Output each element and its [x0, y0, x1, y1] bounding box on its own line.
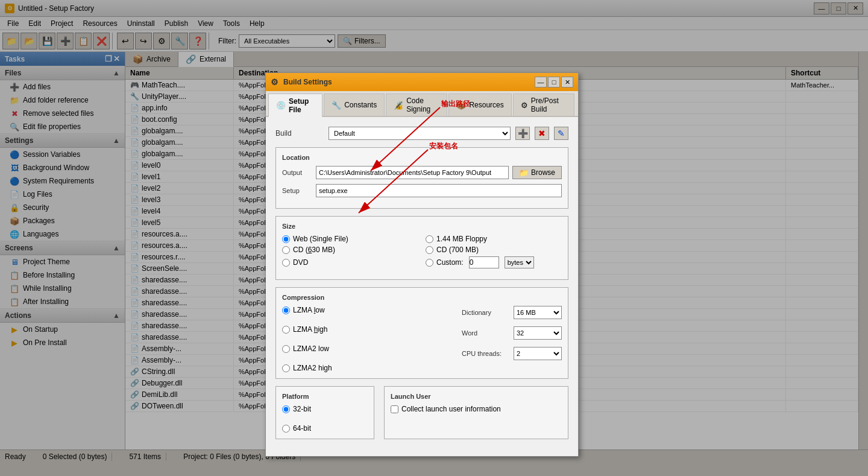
build-row: Build Default ➕ ✖ ✎ [275, 127, 568, 140]
platform-32bit[interactable]: 32-bit [282, 405, 368, 413]
modal-title: Build Settings [283, 78, 332, 86]
code-signing-tab-icon: 🔏 [394, 101, 403, 110]
platform-64bit[interactable]: 64-bit [282, 424, 368, 433]
code-signing-tab-label: Code Signing [406, 97, 439, 113]
dictionary-label: Dictionary [462, 309, 510, 316]
size-custom[interactable]: Custom: [426, 258, 464, 267]
modal-title-icon: ⚙ [271, 77, 278, 87]
modal-tab-setup-file[interactable]: 💿 Setup File [268, 94, 322, 117]
constants-tab-icon: 🔧 [332, 101, 341, 110]
resources-tab-label: Resources [469, 101, 503, 109]
size-web[interactable]: Web (Single File) [282, 235, 418, 243]
output-input[interactable] [316, 166, 509, 179]
output-row: Output 📁 Browse [282, 166, 562, 179]
setup-file-tab-label: Setup File [289, 97, 315, 114]
comp-lzma2-high[interactable]: LZMA2 high [282, 364, 450, 372]
compression-left: LZMA low LZMA high LZMA2 low LZMA2 high [282, 306, 450, 372]
size-title: Size [282, 223, 562, 230]
custom-size-input[interactable] [469, 256, 499, 268]
resources-tab-icon: 📦 [456, 101, 466, 110]
browse-icon: 📁 [519, 168, 529, 177]
location-section: Location Output 📁 Browse Setup [275, 147, 568, 209]
constants-tab-label: Constants [344, 101, 377, 109]
build-remove-btn[interactable]: ✖ [535, 127, 549, 140]
setup-file-tab-icon: 💿 [276, 101, 286, 110]
modal-content: Build Default ➕ ✖ ✎ Location Output 📁 Br… [266, 117, 578, 456]
modal-close[interactable]: ✕ [561, 77, 573, 87]
cpu-threads-row: CPU threads: 1 2 4 [462, 347, 562, 360]
prepost-tab-label: Pre/Post Build [531, 97, 567, 113]
size-radio-grid: Web (Single File) 1.44 MB Floppy CD (630… [282, 235, 562, 268]
modal-title-bar: ⚙ Build Settings — □ ✕ [266, 73, 578, 91]
build-settings-dialog: ⚙ Build Settings — □ ✕ 💿 Setup File 🔧 Co… [265, 72, 579, 457]
word-row: Word 32 64 [462, 326, 562, 340]
setup-label: Setup [282, 187, 312, 194]
size-cd700[interactable]: CD (700 MB) [426, 246, 562, 254]
modal-tab-constants[interactable]: 🔧 Constants [324, 94, 385, 116]
build-add-btn[interactable]: ➕ [515, 127, 530, 140]
collect-launch-checkbox[interactable]: Collect launch user information [391, 405, 562, 413]
modal-tab-resources[interactable]: 📦 Resources [448, 94, 511, 116]
word-select[interactable]: 32 64 [514, 326, 562, 340]
browse-label: Browse [531, 168, 555, 177]
word-label: Word [462, 329, 510, 337]
modal-maximize[interactable]: □ [548, 77, 560, 87]
cpu-threads-select[interactable]: 1 2 4 [514, 347, 562, 360]
comp-lzma2-low[interactable]: LZMA2 low [282, 344, 450, 353]
setup-input[interactable] [316, 184, 562, 197]
collect-launch-label: Collect launch user information [401, 405, 501, 413]
size-dvd[interactable]: DVD [282, 256, 418, 268]
build-select[interactable]: Default [329, 127, 511, 140]
compression-title: Compression [282, 294, 562, 301]
launch-user-section: Launch User Collect launch user informat… [384, 386, 568, 439]
modal-tab-code-signing[interactable]: 🔏 Code Signing [386, 94, 447, 116]
compression-section: Compression LZMA low LZMA high LZMA2 low [275, 287, 568, 379]
size-floppy[interactable]: 1.44 MB Floppy [426, 235, 562, 243]
prepost-tab-icon: ⚙ [521, 101, 528, 110]
platform-launch-row: Platform 32-bit 64-bit Launch User Colle… [275, 386, 568, 446]
platform-title: Platform [282, 393, 368, 400]
comp-lzma-high[interactable]: LZMA high [282, 325, 450, 334]
custom-unit-select[interactable]: bytes KB MB [505, 256, 534, 268]
modal-minimize[interactable]: — [535, 77, 547, 87]
comp-lzma-low[interactable]: LZMA low [282, 306, 450, 314]
size-custom-row: Custom: bytes KB MB [426, 256, 562, 268]
build-label: Build [275, 129, 324, 138]
location-title: Location [282, 154, 562, 161]
platform-section: Platform 32-bit 64-bit [275, 386, 374, 439]
size-cd630[interactable]: CD (630 MB) [282, 246, 418, 254]
build-edit-btn[interactable]: ✎ [554, 127, 568, 140]
modal-tab-prepost-build[interactable]: ⚙ Pre/Post Build [513, 94, 574, 116]
launch-user-title: Launch User [391, 393, 562, 400]
modal-overlay: ⚙ Build Settings — □ ✕ 💿 Setup File 🔧 Co… [0, 0, 868, 476]
browse-button[interactable]: 📁 Browse [512, 166, 562, 179]
modal-tab-bar: 💿 Setup File 🔧 Constants 🔏 Code Signing … [266, 91, 578, 117]
output-label: Output [282, 169, 312, 176]
setup-row: Setup [282, 184, 562, 197]
compression-right: Dictionary 16 MB 32 MB Word 32 64 [462, 306, 562, 372]
dictionary-select[interactable]: 16 MB 32 MB [514, 306, 562, 319]
size-section: Size Web (Single File) 1.44 MB Floppy CD… [275, 216, 568, 280]
cpu-threads-label: CPU threads: [462, 350, 510, 357]
dictionary-row: Dictionary 16 MB 32 MB [462, 306, 562, 319]
